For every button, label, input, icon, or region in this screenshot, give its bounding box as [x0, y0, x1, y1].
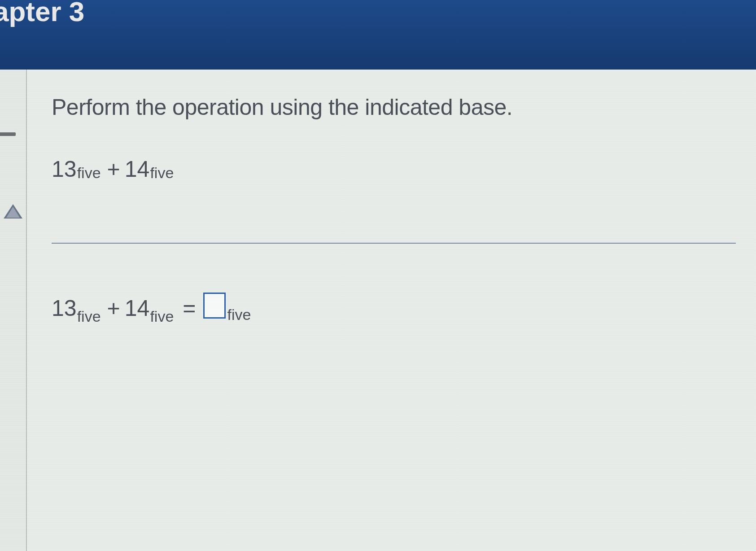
plus-operator: +	[107, 156, 120, 182]
main-area: Perform the operation using the indicate…	[0, 70, 756, 551]
answer-plus-operator: +	[107, 295, 120, 321]
answer-operand-1-base: five	[77, 308, 101, 325]
answer-base: five	[227, 306, 251, 324]
instruction-text: Perform the operation using the indicate…	[52, 94, 736, 120]
operand-2: 14	[125, 156, 150, 182]
answer-operand-2: 14	[125, 295, 150, 321]
nav-prev-indicator[interactable]	[0, 132, 16, 136]
answer-input[interactable]	[203, 293, 226, 319]
operand-2-base: five	[150, 164, 174, 182]
left-gutter	[0, 70, 27, 551]
section-divider	[52, 243, 736, 244]
equals-sign: =	[183, 295, 196, 321]
problem-expression: 13five + 14five	[52, 156, 736, 182]
operand-1-base: five	[77, 164, 101, 182]
answer-expression: 13five + 14five = five	[52, 295, 736, 321]
answer-operand-1: 13	[52, 295, 77, 321]
question-content: Perform the operation using the indicate…	[27, 70, 756, 551]
operand-1: 13	[52, 156, 77, 182]
chapter-header: apter 3	[0, 0, 756, 70]
chapter-title: apter 3	[0, 0, 84, 27]
answer-operand-2-base: five	[150, 308, 174, 325]
